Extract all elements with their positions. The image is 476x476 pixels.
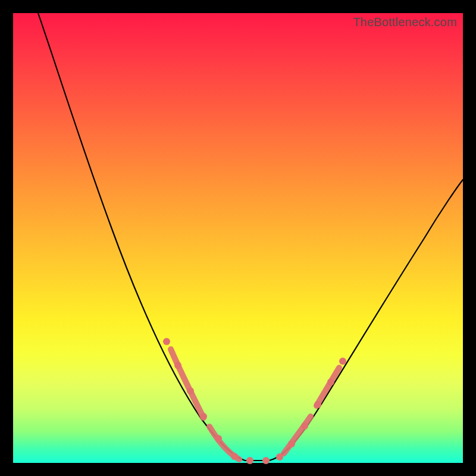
right-marker-dot (276, 453, 283, 461)
left-marker-seg (171, 349, 203, 418)
left-highlight-group (163, 338, 270, 464)
right-highlight-group (276, 358, 346, 461)
left-marker-dot (174, 362, 181, 369)
left-marker-dot (262, 457, 270, 464)
right-marker-seg-2 (317, 368, 339, 406)
right-marker-seg (284, 416, 311, 453)
left-marker-dot (246, 457, 253, 464)
plot-area: TheBottleneck.com (13, 13, 463, 463)
chart-frame: TheBottleneck.com (0, 0, 476, 476)
right-marker-dot (301, 422, 308, 430)
left-marker-dot (163, 338, 170, 345)
left-marker-dot (200, 413, 207, 420)
bottleneck-curve (38, 13, 463, 461)
left-marker-dot (187, 387, 194, 394)
left-marker-dot (231, 453, 238, 460)
right-marker-dot (327, 378, 334, 386)
right-marker-dot (314, 401, 321, 408)
right-marker-dot (288, 440, 295, 447)
chart-svg (13, 13, 463, 463)
left-marker-dot (215, 435, 222, 442)
right-marker-dot (339, 358, 346, 365)
